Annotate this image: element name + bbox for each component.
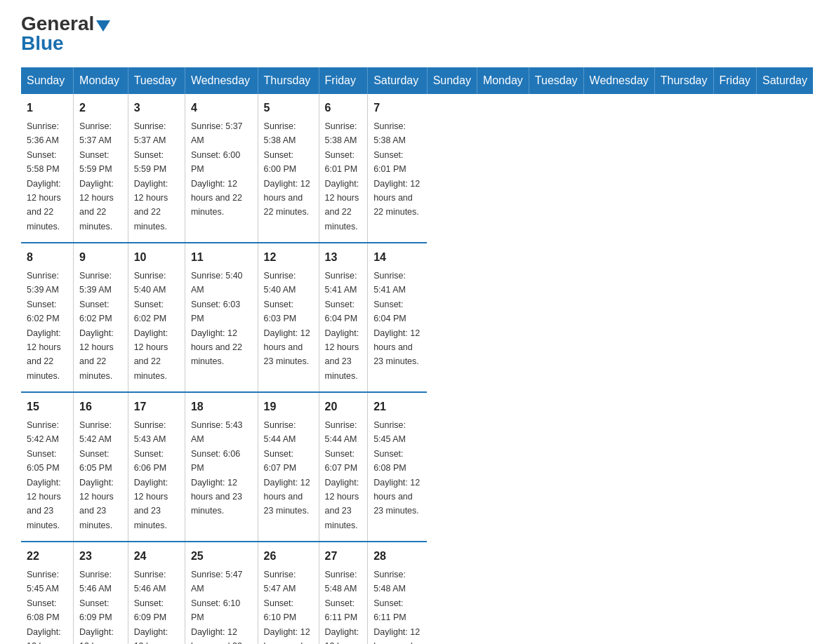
- day-info: Sunrise: 5:45 AMSunset: 6:08 PMDaylight:…: [373, 420, 420, 516]
- day-number: 27: [325, 548, 362, 565]
- day-info: Sunrise: 5:47 AMSunset: 6:10 PMDaylight:…: [191, 570, 243, 644]
- day-info: Sunrise: 5:41 AMSunset: 6:04 PMDaylight:…: [325, 271, 359, 381]
- col-header-friday: Friday: [319, 67, 368, 94]
- day-info: Sunrise: 5:48 AMSunset: 6:11 PMDaylight:…: [373, 570, 420, 644]
- day-number: 23: [79, 548, 122, 565]
- calendar-cell: 21Sunrise: 5:45 AMSunset: 6:08 PMDayligh…: [368, 392, 427, 542]
- day-number: 20: [325, 398, 362, 415]
- day-number: 19: [264, 398, 313, 415]
- day-info: Sunrise: 5:37 AMSunset: 5:59 PMDaylight:…: [79, 121, 114, 232]
- day-info: Sunrise: 5:46 AMSunset: 6:09 PMDaylight:…: [134, 570, 168, 644]
- logo-blue: Blue: [21, 34, 64, 53]
- day-number: 22: [27, 548, 67, 565]
- col-header-thursday: Thursday: [258, 67, 319, 94]
- col-header-tuesday: Tuesday: [529, 67, 583, 94]
- day-number: 13: [325, 249, 362, 266]
- col-header-monday: Monday: [74, 67, 128, 94]
- day-number: 16: [79, 398, 122, 415]
- day-info: Sunrise: 5:43 AMSunset: 6:06 PMDaylight:…: [134, 420, 168, 530]
- calendar-cell: 27Sunrise: 5:48 AMSunset: 6:11 PMDayligh…: [319, 542, 368, 644]
- col-header-sunday: Sunday: [427, 67, 477, 94]
- day-number: 15: [27, 398, 67, 415]
- col-header-monday: Monday: [477, 67, 529, 94]
- col-header-friday: Friday: [713, 67, 756, 94]
- day-info: Sunrise: 5:38 AMSunset: 6:01 PMDaylight:…: [325, 121, 359, 232]
- calendar-cell: 28Sunrise: 5:48 AMSunset: 6:11 PMDayligh…: [368, 542, 427, 644]
- calendar-cell: 11Sunrise: 5:40 AMSunset: 6:03 PMDayligh…: [185, 243, 258, 392]
- calendar-cell: 5Sunrise: 5:38 AMSunset: 6:00 PMDaylight…: [258, 94, 319, 243]
- calendar-cell: 18Sunrise: 5:43 AMSunset: 6:06 PMDayligh…: [185, 392, 258, 542]
- calendar-cell: 15Sunrise: 5:42 AMSunset: 6:05 PMDayligh…: [21, 392, 74, 542]
- col-header-tuesday: Tuesday: [128, 67, 185, 94]
- day-number: 6: [325, 100, 362, 116]
- calendar-cell: 14Sunrise: 5:41 AMSunset: 6:04 PMDayligh…: [368, 243, 427, 392]
- day-info: Sunrise: 5:39 AMSunset: 6:02 PMDaylight:…: [27, 271, 61, 381]
- day-info: Sunrise: 5:40 AMSunset: 6:03 PMDaylight:…: [191, 271, 243, 366]
- day-number: 9: [79, 249, 122, 266]
- calendar-cell: 20Sunrise: 5:44 AMSunset: 6:07 PMDayligh…: [319, 392, 368, 542]
- calendar-cell: 22Sunrise: 5:45 AMSunset: 6:08 PMDayligh…: [21, 542, 74, 644]
- day-info: Sunrise: 5:45 AMSunset: 6:08 PMDaylight:…: [27, 570, 61, 644]
- day-number: 11: [191, 249, 252, 266]
- day-number: 14: [373, 249, 421, 266]
- day-info: Sunrise: 5:43 AMSunset: 6:06 PMDaylight:…: [191, 420, 243, 516]
- calendar-cell: 3Sunrise: 5:37 AMSunset: 5:59 PMDaylight…: [128, 94, 185, 243]
- day-number: 7: [373, 100, 421, 116]
- calendar-cell: 12Sunrise: 5:40 AMSunset: 6:03 PMDayligh…: [258, 243, 319, 392]
- logo-general: General: [21, 14, 94, 34]
- logo-triangle-icon: [96, 20, 110, 32]
- day-number: 3: [134, 100, 179, 116]
- calendar-cell: 6Sunrise: 5:38 AMSunset: 6:01 PMDaylight…: [319, 94, 368, 243]
- week-row-4: 22Sunrise: 5:45 AMSunset: 6:08 PMDayligh…: [21, 542, 813, 644]
- day-number: 12: [264, 249, 313, 266]
- calendar-cell: 24Sunrise: 5:46 AMSunset: 6:09 PMDayligh…: [128, 542, 185, 644]
- calendar-cell: 2Sunrise: 5:37 AMSunset: 5:59 PMDaylight…: [74, 94, 128, 243]
- col-header-wednesday: Wednesday: [583, 67, 654, 94]
- day-info: Sunrise: 5:42 AMSunset: 6:05 PMDaylight:…: [79, 420, 114, 530]
- week-row-3: 15Sunrise: 5:42 AMSunset: 6:05 PMDayligh…: [21, 392, 813, 542]
- calendar-cell: 19Sunrise: 5:44 AMSunset: 6:07 PMDayligh…: [258, 392, 319, 542]
- calendar-cell: 10Sunrise: 5:40 AMSunset: 6:02 PMDayligh…: [128, 243, 185, 392]
- day-number: 5: [264, 100, 313, 116]
- page-header: General Blue: [21, 14, 813, 53]
- day-info: Sunrise: 5:44 AMSunset: 6:07 PMDaylight:…: [264, 420, 310, 516]
- col-header-thursday: Thursday: [654, 67, 713, 94]
- calendar-cell: 23Sunrise: 5:46 AMSunset: 6:09 PMDayligh…: [74, 542, 128, 644]
- calendar-cell: 9Sunrise: 5:39 AMSunset: 6:02 PMDaylight…: [74, 243, 128, 392]
- day-info: Sunrise: 5:40 AMSunset: 6:02 PMDaylight:…: [134, 271, 168, 381]
- day-info: Sunrise: 5:38 AMSunset: 6:01 PMDaylight:…: [373, 121, 420, 217]
- day-info: Sunrise: 5:36 AMSunset: 5:58 PMDaylight:…: [27, 121, 61, 232]
- day-info: Sunrise: 5:37 AMSunset: 5:59 PMDaylight:…: [134, 121, 168, 232]
- calendar-cell: 13Sunrise: 5:41 AMSunset: 6:04 PMDayligh…: [319, 243, 368, 392]
- col-header-wednesday: Wednesday: [185, 67, 258, 94]
- day-info: Sunrise: 5:40 AMSunset: 6:03 PMDaylight:…: [264, 271, 310, 366]
- col-header-sunday: Sunday: [21, 67, 74, 94]
- day-info: Sunrise: 5:44 AMSunset: 6:07 PMDaylight:…: [325, 420, 359, 530]
- calendar-header-row: SundayMondayTuesdayWednesdayThursdayFrid…: [21, 67, 813, 94]
- calendar-cell: 4Sunrise: 5:37 AMSunset: 6:00 PMDaylight…: [185, 94, 258, 243]
- day-number: 1: [27, 100, 67, 116]
- day-number: 25: [191, 548, 252, 565]
- calendar-table: SundayMondayTuesdayWednesdayThursdayFrid…: [21, 67, 813, 644]
- day-info: Sunrise: 5:42 AMSunset: 6:05 PMDaylight:…: [27, 420, 61, 530]
- calendar-cell: 17Sunrise: 5:43 AMSunset: 6:06 PMDayligh…: [128, 392, 185, 542]
- col-header-saturday: Saturday: [368, 67, 427, 94]
- calendar-cell: 8Sunrise: 5:39 AMSunset: 6:02 PMDaylight…: [21, 243, 74, 392]
- calendar-cell: 16Sunrise: 5:42 AMSunset: 6:05 PMDayligh…: [74, 392, 128, 542]
- col-header-saturday: Saturday: [756, 67, 813, 94]
- week-row-2: 8Sunrise: 5:39 AMSunset: 6:02 PMDaylight…: [21, 243, 813, 392]
- day-info: Sunrise: 5:48 AMSunset: 6:11 PMDaylight:…: [325, 570, 359, 644]
- day-number: 21: [373, 398, 421, 415]
- day-number: 18: [191, 398, 252, 415]
- day-number: 10: [134, 249, 179, 266]
- day-number: 24: [134, 548, 179, 565]
- calendar-cell: 1Sunrise: 5:36 AMSunset: 5:58 PMDaylight…: [21, 94, 74, 243]
- day-info: Sunrise: 5:46 AMSunset: 6:09 PMDaylight:…: [79, 570, 114, 644]
- day-info: Sunrise: 5:39 AMSunset: 6:02 PMDaylight:…: [79, 271, 114, 381]
- week-row-1: 1Sunrise: 5:36 AMSunset: 5:58 PMDaylight…: [21, 94, 813, 243]
- day-number: 2: [79, 100, 122, 116]
- day-info: Sunrise: 5:47 AMSunset: 6:10 PMDaylight:…: [264, 570, 310, 644]
- day-info: Sunrise: 5:38 AMSunset: 6:00 PMDaylight:…: [264, 121, 310, 217]
- day-number: 26: [264, 548, 313, 565]
- calendar-cell: 26Sunrise: 5:47 AMSunset: 6:10 PMDayligh…: [258, 542, 319, 644]
